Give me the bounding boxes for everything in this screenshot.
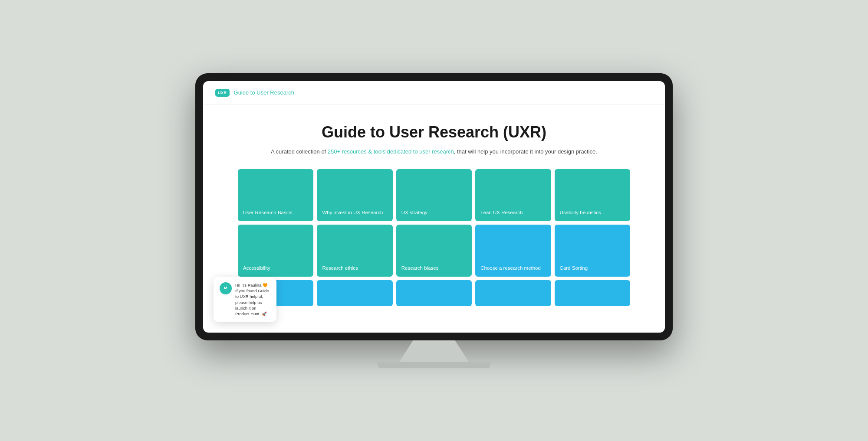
card-choose-method[interactable]: Choose a research method xyxy=(475,225,551,277)
hero-section: Guide to User Research (UXR) A curated c… xyxy=(203,105,665,170)
card-label: Research ethics xyxy=(322,265,358,271)
card-row3-2[interactable] xyxy=(317,280,392,306)
card-user-research-basics[interactable]: User Research Basics xyxy=(238,169,313,221)
monitor-base xyxy=(378,362,490,368)
card-label: Lean UX Research xyxy=(480,209,523,216)
card-row3-4[interactable] xyxy=(475,280,551,306)
card-card-sorting[interactable]: Card Sorting xyxy=(555,225,630,277)
navbar: UXR Guide to User Research xyxy=(203,81,665,105)
chat-message: Hi! It's Paulina 🧡 If you found Guide to… xyxy=(235,282,270,317)
card-label: UX strategy xyxy=(401,209,427,216)
hero-subtitle: A curated collection of 250+ resources &… xyxy=(212,147,656,157)
card-label: Research biases xyxy=(401,265,439,271)
hero-title: Guide to User Research (UXR) xyxy=(212,123,656,141)
card-label: Accessibility xyxy=(243,265,270,271)
chat-popup[interactable]: M Hi! It's Paulina 🧡 If you found Guide … xyxy=(214,277,276,322)
subtitle-after: , that will help you incorporate it into… xyxy=(454,148,597,155)
card-row3-3[interactable] xyxy=(396,280,472,306)
monitor-screen: UXR Guide to User Research Guide to User… xyxy=(203,81,665,333)
card-research-ethics[interactable]: Research ethics xyxy=(317,225,392,277)
page: UXR Guide to User Research Guide to User… xyxy=(203,81,665,333)
cards-grid-row1: User Research Basics Why invest in UX Re… xyxy=(238,169,630,306)
card-row3-5[interactable] xyxy=(555,280,630,306)
card-label: Card Sorting xyxy=(560,265,588,271)
card-research-biases[interactable]: Research biases xyxy=(396,225,472,277)
card-label: User Research Basics xyxy=(243,209,293,216)
monitor: UXR Guide to User Research Guide to User… xyxy=(195,73,673,340)
subtitle-before: A curated collection of xyxy=(271,148,328,155)
card-ux-strategy[interactable]: UX strategy xyxy=(396,169,472,221)
monitor-stand xyxy=(399,340,469,362)
card-why-invest[interactable]: Why invest in UX Research xyxy=(317,169,392,221)
card-usability-heuristics[interactable]: Usability heuristics xyxy=(555,169,630,221)
resources-link[interactable]: 250+ resources & tools dedicated to user… xyxy=(328,148,454,155)
nav-title[interactable]: Guide to User Research xyxy=(234,89,294,96)
chat-avatar: M xyxy=(220,282,232,294)
card-label: Why invest in UX Research xyxy=(322,209,383,216)
logo-badge[interactable]: UXR xyxy=(215,89,230,97)
card-label: Usability heuristics xyxy=(560,209,601,216)
card-accessibility[interactable]: Accessibility xyxy=(238,225,313,277)
card-label: Choose a research method xyxy=(480,265,541,271)
card-lean-ux[interactable]: Lean UX Research xyxy=(475,169,551,221)
